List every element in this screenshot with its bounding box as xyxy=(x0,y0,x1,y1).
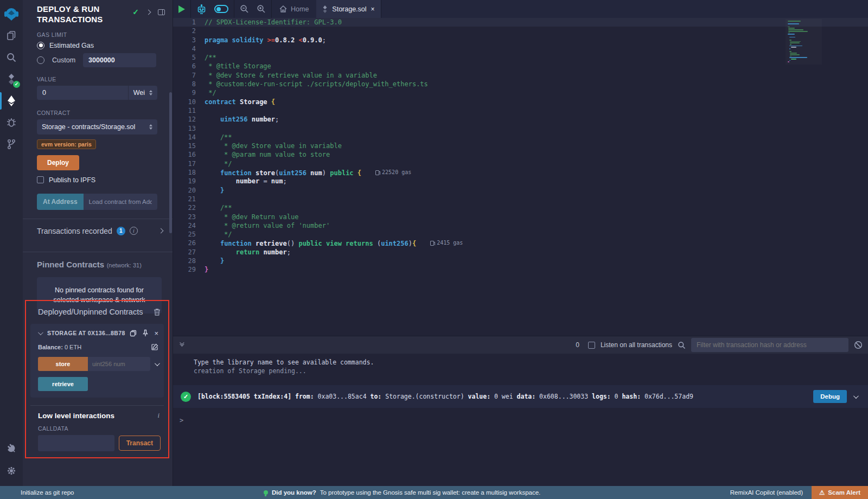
value-unit-select[interactable]: Wei xyxy=(128,86,157,100)
code-line[interactable]: 8 * @custom:dev-run-script ./scripts/dep… xyxy=(173,80,868,88)
code-line[interactable]: 16 * @param num value to store xyxy=(173,150,868,159)
code-line[interactable]: 13 xyxy=(173,124,868,133)
solidity-compiler-icon[interactable]: ✓ xyxy=(0,68,23,90)
git-init-status[interactable]: Initialize as git repo xyxy=(0,489,74,496)
editor-minimap[interactable] xyxy=(786,19,822,65)
run-script-play-icon[interactable] xyxy=(178,5,185,13)
code-line[interactable]: 10contract Storage { xyxy=(173,98,868,106)
estimated-gas-radio-row[interactable]: Estimated Gas xyxy=(37,42,168,49)
code-line[interactable]: 12 uint256 number; xyxy=(173,115,868,124)
settings-gear-icon[interactable] xyxy=(0,460,23,482)
close-tab-icon[interactable]: × xyxy=(371,6,375,12)
code-line[interactable]: 24 * @return value of 'number' xyxy=(173,221,868,230)
zoom-in-icon[interactable] xyxy=(257,4,266,14)
code-line[interactable]: 9 */ xyxy=(173,88,868,97)
code-line[interactable]: 25 */ xyxy=(173,230,868,239)
pin-contract-icon[interactable] xyxy=(142,329,149,337)
line-number: 26 xyxy=(173,239,205,247)
deployed-contracts-highlight-box: Deployed/Unpinned Contracts STORAGE AT 0… xyxy=(25,300,169,458)
scam-alert-badge[interactable]: ⚠ Scam Alert xyxy=(812,486,868,499)
custom-gas-radio[interactable] xyxy=(37,56,44,64)
search-icon[interactable] xyxy=(0,47,23,68)
line-number: 5 xyxy=(173,53,205,62)
tab-home[interactable]: Home xyxy=(272,0,316,18)
remove-contract-icon[interactable]: × xyxy=(154,330,158,337)
publish-ipfs-checkbox[interactable] xyxy=(37,176,44,183)
line-number: 25 xyxy=(173,230,205,239)
estimated-gas-radio[interactable] xyxy=(37,42,44,49)
code-line[interactable]: 17 */ xyxy=(173,159,868,168)
at-address-button[interactable]: At Address xyxy=(37,194,84,210)
code-line[interactable]: 21 xyxy=(173,195,868,203)
remix-logo-icon[interactable] xyxy=(0,3,23,25)
code-line[interactable]: 5/** xyxy=(173,53,868,62)
publish-ipfs-row[interactable]: Publish to IPFS xyxy=(37,176,168,184)
terminal[interactable]: Type the library name to see available c… xyxy=(173,354,868,486)
contract-expand-chevron-icon[interactable] xyxy=(38,330,43,335)
value-input[interactable] xyxy=(37,86,128,100)
custom-gas-input[interactable] xyxy=(83,53,156,67)
transaction-filter-input[interactable] xyxy=(691,338,848,352)
code-line[interactable]: 4 xyxy=(173,44,868,53)
code-line[interactable]: 6 * @title Storage xyxy=(173,62,868,71)
retrieve-function-button[interactable]: retrieve xyxy=(38,377,88,391)
code-line[interactable]: 1// SPDX-License-Identifier: GPL-3.0 xyxy=(173,18,868,27)
edit-balance-icon[interactable] xyxy=(151,343,158,350)
terminal-prompt[interactable]: > xyxy=(173,417,868,424)
code-line[interactable]: 18 function store(uint256 num) public {2… xyxy=(173,168,868,177)
transactions-recorded-row[interactable]: Transactions recorded 1 i xyxy=(23,219,173,243)
low-level-info-icon[interactable]: i xyxy=(157,411,159,420)
code-line[interactable]: 27 return number; xyxy=(173,248,868,257)
panel-layout-icon[interactable] xyxy=(158,9,165,15)
code-line[interactable]: 26 function retrieve() public view retur… xyxy=(173,239,868,247)
tab-storage-sol[interactable]: Storage.sol × xyxy=(316,0,381,18)
transaction-log-row[interactable]: ✓ [block:5583405 txIndex:4] from: 0xa03.… xyxy=(173,385,868,408)
file-explorer-icon[interactable] xyxy=(0,25,23,47)
plugin-manager-icon[interactable] xyxy=(0,438,23,460)
store-function-button[interactable]: store xyxy=(38,357,88,371)
clear-terminal-icon[interactable] xyxy=(854,341,863,349)
terminal-toolbar: 0 Listen on all transactions xyxy=(173,336,868,354)
store-expand-chevron-icon[interactable] xyxy=(155,361,160,366)
code-line[interactable]: 15 * @dev Store value in variable xyxy=(173,142,868,150)
panel-chevron-right-icon[interactable] xyxy=(146,9,151,15)
code-line[interactable]: 28 } xyxy=(173,257,868,265)
code-line[interactable]: 20 } xyxy=(173,186,868,195)
code-line[interactable]: 29} xyxy=(173,265,868,274)
terminal-expand-icon[interactable] xyxy=(180,343,183,347)
warning-icon: ⚠ xyxy=(819,489,825,496)
code-line[interactable]: 19 number = num; xyxy=(173,177,868,185)
calldata-input[interactable] xyxy=(38,435,114,451)
pinned-contracts-title: Pinned Contracts (network: 31) xyxy=(37,260,167,270)
panel-scrollbar[interactable] xyxy=(169,92,172,233)
debugger-icon[interactable] xyxy=(0,112,23,133)
code-line[interactable]: 2 xyxy=(173,27,868,35)
ai-copilot-robot-icon[interactable] xyxy=(196,4,207,14)
code-editor[interactable]: 1// SPDX-License-Identifier: GPL-3.023pr… xyxy=(173,18,868,336)
code-line[interactable]: 11 xyxy=(173,106,868,115)
transactions-info-icon[interactable]: i xyxy=(130,227,138,235)
at-address-input[interactable] xyxy=(84,194,157,210)
transaction-expand-chevron-icon[interactable] xyxy=(853,393,859,399)
contract-select[interactable]: Storage - contracts/Storage.sol xyxy=(37,119,157,135)
copilot-toggle[interactable] xyxy=(214,5,228,13)
code-line[interactable]: 22 /** xyxy=(173,203,868,212)
code-line[interactable]: 7 * @dev Store & retrieve value in a var… xyxy=(173,71,868,80)
copy-address-icon[interactable] xyxy=(130,330,137,337)
transactions-chevron-icon[interactable] xyxy=(158,228,164,234)
trash-icon[interactable] xyxy=(154,308,161,316)
deploy-button[interactable]: Deploy xyxy=(37,155,79,170)
transact-button[interactable]: Transact xyxy=(119,436,161,451)
copilot-status[interactable]: RemixAI Copilot (enabled) xyxy=(730,489,803,496)
terminal-hint-line: Type the library name to see available c… xyxy=(173,358,868,367)
debug-button[interactable]: Debug xyxy=(813,390,847,403)
listen-all-transactions-checkbox[interactable] xyxy=(588,342,595,349)
code-line[interactable]: 23 * @dev Return value xyxy=(173,213,868,221)
code-line[interactable]: 14 /** xyxy=(173,133,868,142)
git-icon[interactable] xyxy=(0,133,23,155)
code-line[interactable]: 3pragma solidity >=0.8.2 <0.9.0; xyxy=(173,36,868,44)
store-param-input[interactable] xyxy=(88,357,150,371)
pinned-contracts-heading: Pinned Contracts xyxy=(37,260,104,269)
zoom-out-icon[interactable] xyxy=(240,4,249,14)
deploy-and-run-icon[interactable] xyxy=(0,90,23,112)
